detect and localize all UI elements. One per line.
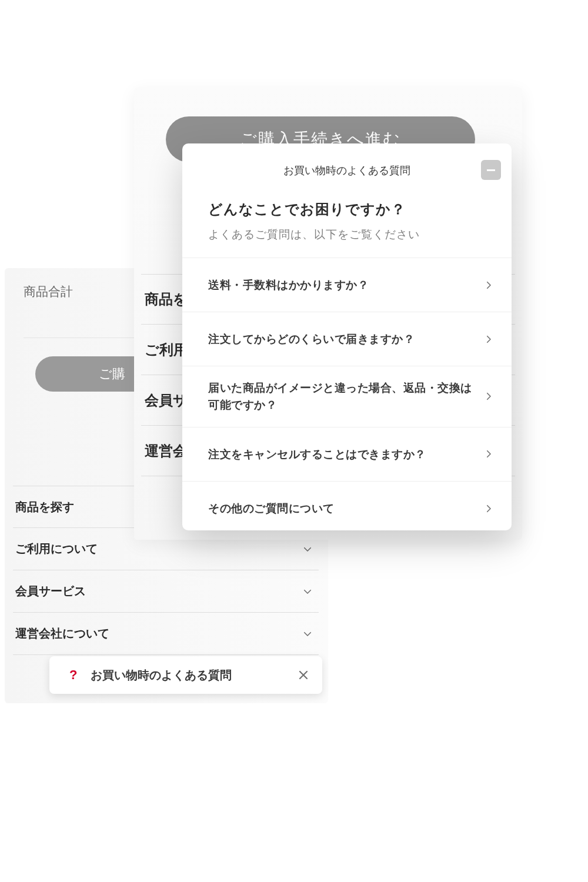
faq-question-text: 注文してからどのくらいで届きますか？ (208, 330, 415, 348)
faq-question-item[interactable]: 送料・手数料はかかりますか？ (182, 258, 512, 312)
faq-popup: お買い物時のよくある質問 どんなことでお困りですか？ よくあるご質問は、以下をご… (182, 143, 512, 530)
faq-question-list: 送料・手数料はかかりますか？ 注文してからどのくらいで届きますか？ 届いた商品が… (182, 258, 512, 530)
footer-menu-item[interactable]: 運営会社について (13, 613, 319, 655)
chevron-right-icon (483, 334, 494, 345)
chevron-right-icon (483, 449, 494, 459)
faq-question-item[interactable]: 注文してからどのくらいで届きますか？ (182, 312, 512, 366)
faq-question-text: その他のご質問について (208, 500, 335, 517)
faq-lead: どんなことでお困りですか？ よくあるご質問は、以下をご覧ください (182, 200, 512, 258)
chevron-down-icon (302, 586, 313, 597)
chevron-down-icon (302, 544, 313, 554)
footer-menu-label: ご利用 (145, 340, 188, 359)
chevron-down-icon (302, 629, 313, 639)
footer-menu-label: 会員サービス (15, 583, 86, 599)
chevron-right-icon (483, 391, 494, 402)
faq-question-item[interactable]: 届いた商品がイメージと違った場合、返品・交換は可能ですか？ (182, 366, 512, 427)
minimize-button[interactable] (481, 160, 501, 180)
faq-subheading: よくあるご質問は、以下をご覧ください (208, 227, 486, 242)
footer-menu-label: 商品を (145, 290, 188, 309)
checkout-button-label: ご購 (99, 365, 125, 383)
footer-menu-label: 会員サ (145, 391, 188, 410)
close-icon[interactable] (296, 668, 310, 682)
footer-menu-label: 運営会社について (15, 626, 109, 642)
chevron-right-icon (483, 280, 494, 290)
footer-menu-label: 商品を探す (15, 499, 74, 515)
footer-menu-item[interactable]: 会員サービス (13, 570, 319, 613)
faq-popup-title: お買い物時のよくある質問 (283, 163, 410, 178)
faq-chip-label: お買い物時のよくある質問 (86, 667, 296, 683)
faq-question-text: 届いた商品がイメージと違った場合、返品・交換は可能ですか？ (208, 379, 473, 414)
faq-question-item[interactable]: その他のご質問について (182, 482, 512, 530)
cart-total-label: 商品合計 (24, 283, 73, 300)
faq-question-text: 送料・手数料はかかりますか？ (208, 276, 369, 293)
faq-question-item[interactable]: 注文をキャンセルすることはできますか？ (182, 427, 512, 482)
question-mark-icon: ? (69, 667, 86, 683)
faq-popup-header: お買い物時のよくある質問 (182, 143, 512, 198)
chevron-right-icon (483, 503, 494, 514)
footer-menu-label: ご利用について (15, 541, 98, 557)
faq-heading: どんなことでお困りですか？ (208, 200, 486, 219)
footer-menu-label: 運営会 (145, 442, 187, 460)
faq-chip[interactable]: ? お買い物時のよくある質問 (49, 656, 322, 694)
faq-question-text: 注文をキャンセルすることはできますか？ (208, 446, 426, 463)
